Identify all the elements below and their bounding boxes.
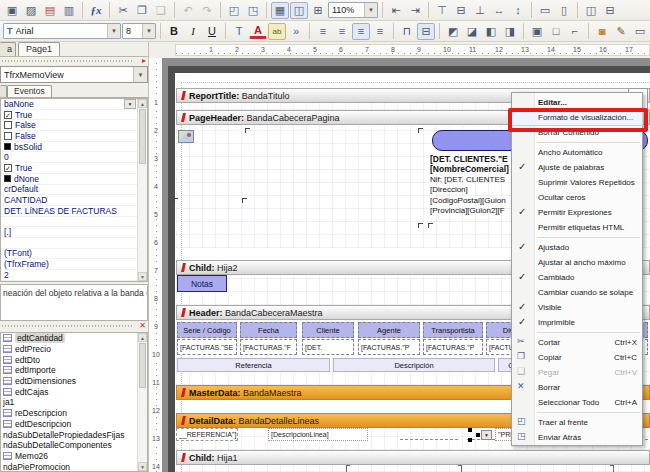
chevron-down-icon[interactable]: ▼: [124, 99, 136, 109]
menu-item-ajustar-al-ancho-maximo[interactable]: Ajustar al ancho máximo: [512, 255, 642, 270]
tree-splitter[interactable]: ✕: [0, 322, 148, 330]
menu-item-traer-al-frente[interactable]: ◰Traer al frente: [512, 415, 642, 430]
center-vertically-button[interactable]: ⊟: [601, 2, 619, 19]
property-row[interactable]: (TFont): [1, 249, 147, 260]
frame-bottom-button[interactable]: ◪: [463, 23, 481, 40]
header-cell-serie-codigo[interactable]: Serie / Código: [177, 322, 237, 338]
property-row[interactable]: ✓True: [1, 110, 147, 121]
field-cell-det[interactable]: [DET.: [302, 339, 354, 355]
space-vertically-button[interactable]: ↕: [509, 2, 527, 19]
tree-item-edtdimensiones[interactable]: edtDimensiones: [1, 376, 147, 387]
menu-item-seleccionar-todo[interactable]: Seleccionar TodoCtrl+A: [512, 395, 642, 410]
font-color-button[interactable]: A: [249, 24, 267, 39]
scroll-down-icon[interactable]: ▼: [138, 462, 147, 471]
frame-all-button[interactable]: ▣: [528, 23, 546, 40]
align-middles-button[interactable]: ⊟: [452, 2, 470, 19]
tab-propiedades[interactable]: [0, 85, 7, 97]
center-horizontally-button[interactable]: ◫: [582, 2, 600, 19]
menu-item-suprimir-valores-repetidos[interactable]: Suprimir Valores Repetidos: [512, 175, 642, 190]
menu-item-ocultar-ceros[interactable]: Ocultar ceros: [512, 190, 642, 205]
tree-item-edtcantidad[interactable]: edtCantidad: [1, 333, 147, 344]
zoom-select[interactable]: 110%▼: [328, 2, 378, 18]
image-placeholder-icon[interactable]: [178, 130, 194, 143]
tree-item-edtcajas[interactable]: edtCajas: [1, 386, 147, 397]
checkbox-checked-icon[interactable]: ✓: [4, 111, 12, 119]
frame-none-button[interactable]: □: [547, 23, 565, 40]
menu-item-permitir-etiquetas-html[interactable]: Permitir etiquetas HTML: [512, 220, 642, 235]
property-row[interactable]: False: [1, 131, 147, 142]
object-class-select[interactable]: TfrxMemoView ▼: [0, 66, 148, 83]
tree-item-redescripcion[interactable]: reDescripcion: [1, 408, 147, 419]
tree-item-edtdescripcion[interactable]: edtDescripcion: [1, 419, 147, 430]
property-row[interactable]: [1, 217, 147, 228]
menu-item-cambiar-cuando-se-solape[interactable]: Cambiar cuando se solape: [512, 285, 642, 300]
align-top-button[interactable]: ⊓: [398, 23, 416, 40]
align-middle-button[interactable]: ⊟: [417, 23, 435, 40]
expression-builder-button[interactable]: ƒx: [87, 2, 105, 19]
menu-item-cambiado[interactable]: ✓Cambiado: [512, 270, 642, 285]
fit-to-grid-button[interactable]: ⊞: [309, 2, 327, 19]
tree-item-edtprecio[interactable]: edtPrecio: [1, 344, 147, 355]
chevron-down-icon[interactable]: ▼: [481, 430, 492, 440]
menu-item-enviar-atras[interactable]: ◳Enviar Atrás: [512, 430, 642, 445]
frame-corner-button[interactable]: ⌐: [566, 23, 584, 40]
menu-item-imprimible[interactable]: ✓Imprimible: [512, 315, 642, 330]
property-row[interactable]: False: [1, 120, 147, 131]
selection-handle[interactable]: [476, 433, 480, 437]
tree-scrollbar[interactable]: ▲ ▼: [137, 333, 147, 471]
menu-item-visible[interactable]: ✓Visible: [512, 300, 642, 315]
subheader-cell-descripcion[interactable]: Descripción: [333, 358, 495, 372]
same-width-button[interactable]: ▭: [536, 2, 554, 19]
group-button[interactable]: ◰: [225, 2, 243, 19]
checkbox-checked-icon[interactable]: ✓: [4, 164, 12, 172]
scrollbar-thumb[interactable]: [139, 343, 146, 388]
scroll-up-icon[interactable]: ▲: [138, 333, 147, 342]
delete-page-button[interactable]: ▤: [41, 2, 59, 19]
highlight-button[interactable]: ab: [268, 23, 286, 40]
fill-color-button[interactable]: ◙: [593, 23, 611, 40]
property-row[interactable]: baNone▼: [1, 99, 147, 110]
menu-item-borrar[interactable]: ✕Borrar: [512, 380, 642, 395]
bold-button[interactable]: B: [165, 23, 183, 40]
frame-right-button[interactable]: ◨: [501, 23, 519, 40]
tree-item-ja1[interactable]: ja1: [1, 397, 147, 408]
header-cell-agente[interactable]: Agente: [358, 322, 420, 338]
align-right-edges-button[interactable]: ⇥: [406, 2, 424, 19]
property-row[interactable]: bsSolid: [1, 142, 147, 153]
frame-top-button[interactable]: ◩: [444, 23, 462, 40]
same-height-button[interactable]: ▯: [555, 2, 573, 19]
font-name-select[interactable]: TArial▼: [3, 23, 121, 39]
text-rotation-button[interactable]: »: [287, 23, 305, 40]
tree-item-memo26[interactable]: Memo26: [1, 451, 147, 462]
property-row[interactable]: ✓True: [1, 163, 147, 174]
align-center-button[interactable]: ≡: [333, 23, 351, 40]
property-grid-scrollbar[interactable]: ▲ ▼: [137, 99, 147, 281]
detail-empty-cell[interactable]: [400, 439, 458, 440]
checkbox-unchecked-icon[interactable]: [4, 121, 12, 129]
menu-item-ancho-automatico[interactable]: Ancho Automático: [512, 145, 642, 160]
selection-handle[interactable]: [468, 438, 472, 442]
property-row[interactable]: (TfrxFrame): [1, 259, 147, 270]
tab-code[interactable]: a: [0, 42, 16, 56]
align-tops-button[interactable]: ⊤: [433, 2, 451, 19]
field-cell-facturas-p[interactable]: [FACTURAS."P: [423, 339, 483, 355]
tree-item-ndasubdetallecomponentes[interactable]: ndaSubDetalleComponentes: [1, 440, 147, 451]
menu-item-ajustado[interactable]: ✓Ajustado: [512, 240, 642, 255]
panel-splitter[interactable]: ▸: [0, 57, 148, 65]
scrollbar-thumb[interactable]: [139, 109, 146, 164]
frame-color-button[interactable]: ✎: [612, 23, 630, 40]
tree-item-edtdto[interactable]: edtDto: [1, 354, 147, 365]
tab-page1[interactable]: Page1: [18, 42, 60, 56]
property-row[interactable]: DET. LíNEAS DE FACTURAS: [1, 206, 147, 217]
selection-handle[interactable]: [468, 428, 472, 432]
panel-pin-icon[interactable]: ▸: [142, 56, 146, 65]
checkbox-unchecked-icon[interactable]: [4, 132, 12, 140]
italic-button[interactable]: I: [184, 23, 202, 40]
align-justify-button[interactable]: ≡: [371, 23, 389, 40]
header-cell-cliente[interactable]: Cliente: [302, 322, 354, 338]
space-horizontally-button[interactable]: ↔: [490, 2, 508, 19]
field-cell-facturas-f[interactable]: [FACTURAS."F: [240, 339, 297, 355]
cut-button[interactable]: ✂: [114, 2, 132, 19]
detail-referencia-memo[interactable]: __REFERENCIA"]: [176, 428, 238, 441]
property-row[interactable]: crDefault: [1, 185, 147, 196]
